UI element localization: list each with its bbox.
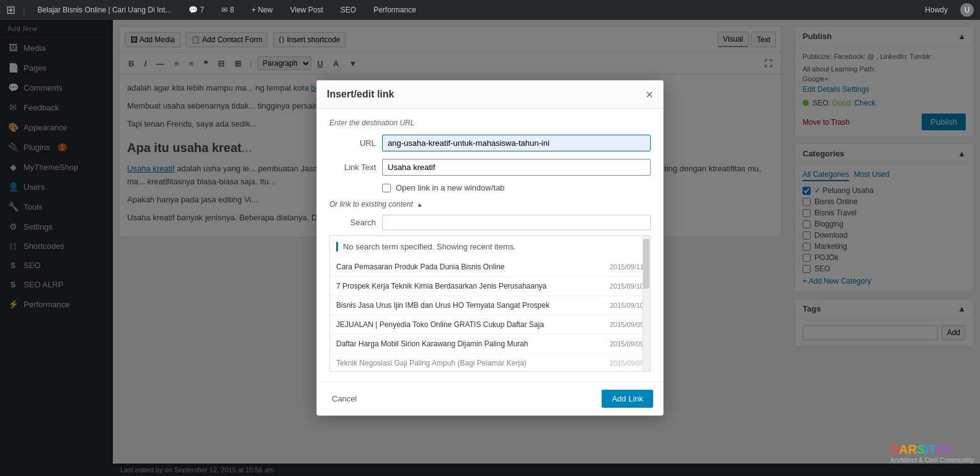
result-title-0: Cara Pemasaran Produk Pada Dunia Bisnis … [336,263,504,271]
notice-text: No search term specified. Showing recent… [343,242,516,251]
result-date-0: 2015/09/11 [610,263,644,271]
watermark-s: S [917,442,925,456]
result-item-5[interactable]: Teknik Negosiasi Gaji Paling Ampuh (Bagi… [330,354,650,372]
existing-content-toggle[interactable]: Or link to existing content ▲ [329,200,651,209]
link-text-row: Link Text [329,159,651,176]
notice-bar [336,242,338,251]
new-link[interactable]: + New [246,6,277,14]
watermark-subtitle: Architect & Civil Community [890,457,974,464]
result-title-2: Bisnis Jasa Urus Ijin IMB dan Urus HO Te… [336,301,550,310]
existing-content-triangle-icon: ▲ [417,201,423,208]
result-title-4: Daftar Harga Mobil Sirion Karawang Dijam… [336,339,528,348]
results-notice: No search term specified. Showing recent… [330,236,650,258]
modal-subtitle: Enter the destination URL [329,119,651,127]
avatar[interactable]: U [960,3,974,17]
result-date-3: 2015/09/09 [610,321,644,328]
link-text-input[interactable] [382,159,651,176]
result-item-2[interactable]: Bisnis Jasa Urus Ijin IMB dan Urus HO Te… [330,296,650,315]
watermark-a: A [899,442,907,456]
result-item-0[interactable]: Cara Pemasaran Produk Pada Dunia Bisnis … [330,258,650,277]
cancel-button[interactable]: Cancel [327,392,362,406]
results-list: No search term specified. Showing recent… [329,235,651,372]
new-window-checkbox[interactable] [382,184,391,192]
messages-link[interactable]: ✉ 8 [216,6,239,14]
search-label: Search [329,218,376,227]
wp-logo[interactable]: ⊞ [6,3,16,17]
result-date-5: 2015/09/08 [610,359,644,367]
view-post-link[interactable]: View Post [285,6,328,14]
watermark-k: K [945,442,953,456]
performance-menu[interactable]: Performance [368,6,421,14]
modal-body: Enter the destination URL URL Link Text … [317,109,663,382]
scrollbar-thumb [643,239,649,289]
existing-content-label: Or link to existing content [329,200,413,209]
site-name[interactable]: Belajar Bisnis Online | Cari Uang Di Int… [32,6,176,14]
result-date-4: 2015/09/09 [610,340,644,348]
modal-title: Insert/edit link [327,89,394,100]
modal-header: Insert/edit link × [317,81,663,109]
result-title-1: 7 Prospek Kerja Teknik Kimia Berdasarkan… [336,282,546,290]
darsitek-watermark: DARSITEK Architect & Civil Community [890,442,974,464]
new-window-row: Open link in a new window/tab [329,183,651,192]
watermark-d: D [890,442,899,456]
result-date-2: 2015/09/10 [610,302,644,309]
url-input[interactable] [382,135,651,151]
link-text-label: Link Text [329,163,376,172]
result-date-1: 2015/09/10 [610,282,644,290]
comments-link[interactable]: 💬 7 [184,6,209,14]
modal-footer: Cancel Add Link [317,382,663,415]
add-link-button[interactable]: Add Link [602,390,653,408]
result-item-1[interactable]: 7 Prospek Kerja Teknik Kimia Berdasarkan… [330,277,650,296]
watermark-r: R [908,442,917,456]
search-row: Search [329,215,651,230]
modal-close-button[interactable]: × [646,88,653,101]
result-item-4[interactable]: Daftar Harga Mobil Sirion Karawang Dijam… [330,335,650,354]
result-title-3: JEJUALAN | Penyedia Toko Online GRATIS C… [336,320,544,329]
new-window-label: Open link in a new window/tab [396,183,505,192]
search-input[interactable] [382,215,651,230]
url-label: URL [329,138,376,148]
results-scrollbar[interactable] [643,236,650,371]
howdy-label: Howdy [920,6,953,14]
result-item-3[interactable]: JEJUALAN | Penyedia Toko Online GRATIS C… [330,315,650,335]
watermark-t: T [929,442,936,456]
result-title-5: Teknik Negosiasi Gaji Paling Ampuh (Bagi… [336,359,527,367]
url-row: URL [329,135,651,151]
modal-backdrop: Insert/edit link × Enter the destination… [0,20,980,476]
admin-bar: ⊞ | Belajar Bisnis Online | Cari Uang Di… [0,0,980,20]
insert-edit-link-modal: Insert/edit link × Enter the destination… [316,80,664,416]
watermark-e: E [936,442,944,456]
seo-menu[interactable]: SEO [336,6,361,14]
